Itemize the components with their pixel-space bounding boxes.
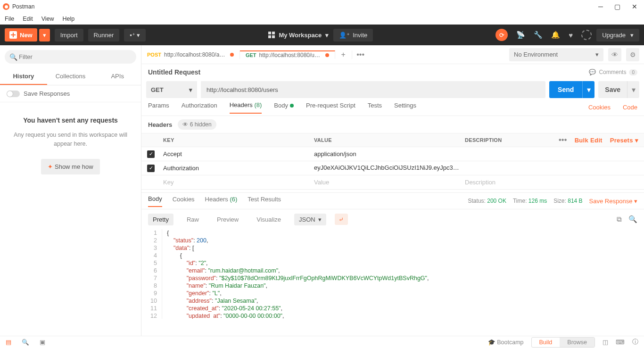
- heart-icon[interactable]: ♥: [569, 31, 573, 39]
- tab-options-button[interactable]: •••: [352, 50, 369, 59]
- sidebar: 🔍 History Collections APIs Save Response…: [0, 45, 141, 336]
- response-body[interactable]: 123456789101112 { "status": 200, "data":…: [141, 229, 644, 319]
- request-tab-0[interactable]: POST http://localhost:8080/auth/che...: [141, 50, 240, 59]
- menu-bar: File Edit View Help: [0, 13, 644, 25]
- runner-button[interactable]: Runner: [88, 29, 120, 41]
- status-bar: ▤ 🔍 ▣ 🎓 Bootcamp Build Browse ◫ ⌨ ⓘ: [0, 336, 644, 348]
- chevron-down-icon: ▾: [189, 86, 192, 93]
- notifications-icon[interactable]: 🔔: [551, 31, 560, 39]
- method-selector[interactable]: GET ▾: [146, 81, 197, 98]
- hidden-headers-toggle[interactable]: 👁 6 hidden: [178, 119, 216, 130]
- tab-body[interactable]: Body: [274, 102, 294, 113]
- menu-view[interactable]: View: [41, 16, 54, 22]
- view-pretty[interactable]: Pretty: [148, 214, 173, 225]
- save-dropdown[interactable]: ▾: [627, 81, 639, 98]
- minimize-button[interactable]: ─: [598, 3, 603, 10]
- header-row[interactable]: ✓ Authorization eyJ0eXAiOiJKV1QiLCJhbGci…: [141, 161, 644, 175]
- postman-logo-icon: [3, 3, 9, 10]
- console-icon[interactable]: ▣: [40, 339, 45, 346]
- request-title[interactable]: Untitled Request: [148, 68, 200, 76]
- send-button[interactable]: Send: [549, 81, 582, 98]
- save-responses-toggle[interactable]: [7, 91, 20, 97]
- view-preview[interactable]: Preview: [212, 214, 243, 225]
- format-selector[interactable]: JSON ▾: [294, 214, 326, 225]
- content-area: POST http://localhost:8080/auth/che... G…: [141, 45, 644, 336]
- checkbox-icon[interactable]: ✓: [147, 165, 155, 172]
- workspace-selector[interactable]: My Workspace ▾: [268, 32, 329, 39]
- view-raw[interactable]: Raw: [182, 214, 204, 225]
- request-tab-1[interactable]: GET http://localhost:8080/users: [240, 50, 335, 59]
- body-dot-icon: [290, 104, 294, 108]
- resp-tab-body[interactable]: Body: [148, 195, 162, 207]
- save-response-link[interactable]: Save Response ▾: [589, 198, 637, 205]
- find-icon[interactable]: 🔍: [22, 339, 29, 346]
- save-responses-label: Save Responses: [24, 90, 70, 97]
- bootcamp-link[interactable]: 🎓 Bootcamp: [488, 339, 524, 346]
- tab-tests[interactable]: Tests: [368, 102, 382, 113]
- invite-button[interactable]: 👤⁺ Invite: [333, 29, 373, 41]
- new-button[interactable]: New: [5, 28, 37, 41]
- send-dropdown[interactable]: ▾: [582, 81, 594, 98]
- sidebar-tab-history[interactable]: History: [0, 68, 47, 85]
- new-dropdown[interactable]: ▾: [39, 29, 50, 41]
- empty-title: You haven't sent any requests: [8, 116, 132, 124]
- person-add-icon: 👤⁺: [339, 32, 350, 39]
- menu-file[interactable]: File: [5, 16, 14, 22]
- tab-settings[interactable]: Settings: [394, 102, 416, 113]
- maximize-button[interactable]: ▢: [614, 3, 620, 10]
- filter-input[interactable]: [5, 50, 136, 64]
- code-link[interactable]: Code: [623, 104, 637, 111]
- tab-headers[interactable]: Headers (8): [230, 101, 262, 114]
- header-row-new[interactable]: Key Value Description: [141, 175, 644, 190]
- resp-tab-cookies[interactable]: Cookies: [173, 196, 195, 207]
- view-visualize[interactable]: Visualize: [252, 214, 286, 225]
- tab-prerequest[interactable]: Pre-request Script: [306, 102, 355, 113]
- checkbox-icon[interactable]: ✓: [147, 150, 155, 158]
- show-me-how-button[interactable]: ✦ Show me how: [41, 159, 99, 174]
- sidebar-tab-apis[interactable]: APIs: [94, 68, 141, 85]
- capture-icon[interactable]: 📡: [516, 31, 525, 39]
- open-new-button[interactable]: ▪⁺ ▾: [124, 29, 146, 41]
- chevron-down-icon: ▾: [595, 51, 599, 58]
- chevron-down-icon: ▾: [325, 32, 329, 39]
- close-button[interactable]: ✕: [632, 3, 637, 10]
- build-browse-toggle[interactable]: Build Browse: [531, 337, 595, 348]
- help-icon[interactable]: ⓘ: [632, 338, 638, 346]
- new-tab-button[interactable]: +: [335, 50, 352, 59]
- menu-help[interactable]: Help: [63, 16, 75, 22]
- unsaved-dot-icon: [230, 53, 234, 57]
- presets-link[interactable]: Presets ▾: [610, 137, 638, 144]
- sidebar-tab-collections[interactable]: Collections: [47, 68, 94, 85]
- wrap-lines-icon[interactable]: ⤶: [335, 214, 348, 225]
- sidebar-toggle-icon[interactable]: ▤: [6, 339, 11, 346]
- copy-response-icon[interactable]: ⧉: [617, 215, 622, 224]
- avatar-icon[interactable]: [581, 30, 592, 40]
- header-options-icon[interactable]: •••: [559, 136, 567, 144]
- menu-edit[interactable]: Edit: [23, 16, 33, 22]
- import-button[interactable]: Import: [55, 29, 83, 41]
- resp-tab-headers[interactable]: Headers (6): [205, 196, 238, 207]
- upgrade-button[interactable]: Upgrade ▾: [596, 29, 639, 41]
- url-input[interactable]: [201, 81, 545, 98]
- save-button[interactable]: Save: [598, 81, 627, 98]
- env-settings-button[interactable]: ⚙: [626, 48, 639, 61]
- search-response-icon[interactable]: 🔍: [628, 215, 637, 224]
- tab-params[interactable]: Params: [148, 102, 169, 113]
- col-value: VALUE: [311, 137, 462, 143]
- empty-body: Any request you send in this workspace w…: [8, 131, 132, 149]
- resp-tab-tests[interactable]: Test Results: [248, 196, 281, 207]
- cookies-link[interactable]: Cookies: [588, 104, 611, 111]
- header-row[interactable]: ✓ Accept application/json: [141, 147, 644, 161]
- col-key: KEY: [160, 137, 311, 143]
- tab-authorization[interactable]: Authorization: [182, 102, 217, 113]
- settings-wrench-icon[interactable]: 🔧: [534, 31, 543, 39]
- sync-icon[interactable]: ⟳: [495, 29, 508, 41]
- environment-selector[interactable]: No Environment ▾: [509, 48, 603, 61]
- bulk-edit-link[interactable]: Bulk Edit: [575, 137, 603, 144]
- chevron-down-icon: ▾: [630, 32, 634, 39]
- env-quicklook-button[interactable]: 👁: [608, 48, 621, 61]
- comments-button[interactable]: 💬 Comments 0: [589, 69, 637, 75]
- two-pane-icon[interactable]: ◫: [603, 339, 608, 346]
- unsaved-dot-icon: [325, 53, 329, 57]
- keyboard-shortcuts-icon[interactable]: ⌨: [616, 339, 625, 346]
